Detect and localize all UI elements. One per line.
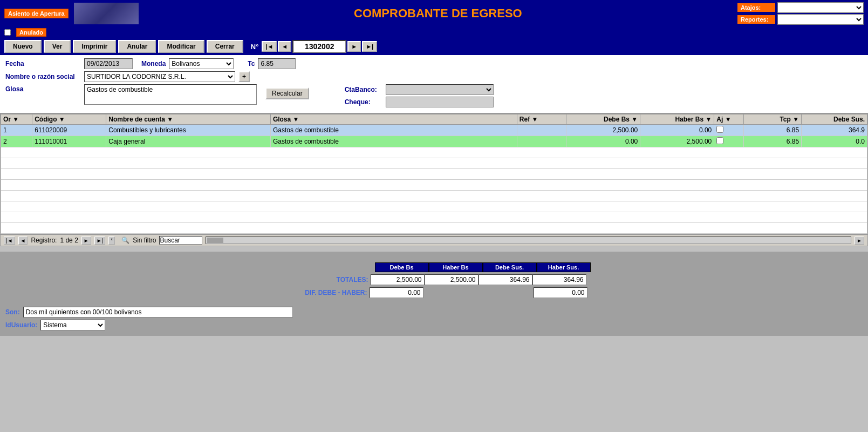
cell-nombre: Caja general: [106, 136, 271, 147]
asiento-badge[interactable]: Asiento de Apertura: [4, 9, 69, 18]
footer-nav-first[interactable]: |◄: [4, 237, 15, 245]
col-aj[interactable]: Aj ▼: [714, 114, 744, 125]
son-row: Son:: [5, 307, 863, 318]
cell-ref: [517, 125, 566, 136]
footer-nav-prev[interactable]: ◄: [18, 237, 28, 245]
table-row[interactable]: 1 611020009 Combustibles y lubricantes G…: [1, 125, 867, 136]
son-input[interactable]: [23, 307, 293, 318]
cell-haber-bs: 2,500.00: [640, 136, 714, 147]
col-haber-bs[interactable]: Haber Bs ▼: [640, 114, 714, 125]
ctabanco-select[interactable]: [386, 84, 494, 95]
tc-input[interactable]: [258, 58, 296, 69]
moneda-label: Moneda: [141, 60, 166, 68]
form-row-glosa: Glosa Gastos de combustible Recalcular C…: [5, 84, 863, 107]
cell-debe-sus: 0.0: [802, 136, 867, 147]
id-row: IdUsuario: Sistema: [5, 320, 863, 330]
scroll-right-btn[interactable]: ►: [855, 237, 864, 245]
totales-row: TOTALES: 2,500.00 2,500.00 364.96 364.96: [282, 274, 586, 285]
reportes-select[interactable]: [777, 14, 864, 25]
recalcular-button[interactable]: Recalcular: [265, 87, 309, 99]
debe-bs-value: 2,500.00: [371, 274, 425, 285]
table-row[interactable]: 2 111010001 Caja general Gastos de combu…: [1, 136, 867, 147]
nav-last-button[interactable]: ►|: [362, 41, 377, 52]
glosa-label: Glosa: [5, 84, 81, 93]
totales-values: 2,500.00 2,500.00 364.96 364.96: [371, 274, 586, 285]
footer-nav-last[interactable]: ►|: [94, 237, 106, 245]
glosa-textarea[interactable]: Gastos de combustible: [84, 84, 257, 105]
nav-next-button[interactable]: ►: [347, 41, 361, 52]
table-row-empty: [1, 223, 867, 234]
cell-haber-bs: 0.00: [640, 125, 714, 136]
registro-label: Registro:: [31, 237, 57, 244]
header-top: Asiento de Apertura COMPROBANTE DE EGRES…: [0, 0, 868, 27]
son-label: Son:: [5, 308, 20, 316]
form-area: Fecha Moneda Bolivanos Tc Nombre o razón…: [0, 55, 868, 113]
dif-bs-value: 0.00: [370, 287, 423, 298]
haber-sus-header: Haber Sus.: [537, 262, 591, 272]
nav-text: 1 de 2: [60, 237, 78, 244]
anulado-checkbox[interactable]: [4, 29, 11, 36]
footer-nav-next[interactable]: ►: [81, 237, 91, 245]
modificar-button[interactable]: Modificar: [158, 40, 204, 53]
cell-tcp: 6.85: [744, 125, 802, 136]
nav-prev-button[interactable]: ◄: [278, 41, 291, 52]
tc-label: Tc: [248, 60, 255, 68]
no-label: N°: [251, 43, 259, 51]
totals-header-row: Debe Bs Haber Bs Debe Sus. Haber Sus.: [375, 262, 591, 272]
cell-aj: [714, 136, 744, 147]
nombre-select[interactable]: SURTIDOR LA CODORNIZ S.R.L.: [84, 71, 235, 82]
buscar-input[interactable]: [159, 236, 202, 245]
header-right: Atajos: Reportes:: [737, 2, 864, 25]
nav-number-area: N° |◄ ◄ 1302002 ► ►|: [251, 40, 377, 53]
fecha-input[interactable]: [84, 58, 133, 69]
data-table: Or ▼ Código ▼ Nombre de cuenta ▼ Glosa ▼…: [1, 114, 867, 234]
table-row-empty: [1, 201, 867, 212]
ver-button[interactable]: Ver: [44, 40, 71, 53]
cell-tcp: 6.85: [744, 136, 802, 147]
table-row-empty: [1, 147, 867, 158]
cheque-label: Cheque:: [345, 98, 382, 106]
id-select[interactable]: Sistema: [40, 320, 105, 330]
col-tcp[interactable]: Tcp ▼: [744, 114, 802, 125]
anular-button[interactable]: Anular: [118, 40, 156, 53]
cheque-input[interactable]: [386, 97, 494, 107]
col-codigo[interactable]: Código ▼: [32, 114, 106, 125]
col-nombre[interactable]: Nombre de cuenta ▼: [106, 114, 271, 125]
table-row-empty: [1, 158, 867, 169]
col-debe-sus[interactable]: Debe Sus.: [802, 114, 867, 125]
fecha-label: Fecha: [5, 60, 81, 68]
nuevo-button[interactable]: Nuevo: [4, 40, 42, 53]
col-debe-bs[interactable]: Debe Bs ▼: [566, 114, 640, 125]
table-row-empty: [1, 212, 867, 223]
son-area: Son: IdUsuario: Sistema: [0, 303, 868, 336]
cerrar-button[interactable]: Cerrar: [207, 40, 243, 53]
cell-codigo: 111010001: [32, 136, 106, 147]
cell-glosa: Gastos de combustible: [270, 125, 517, 136]
cheque-row: Cheque:: [345, 97, 494, 107]
cell-glosa: Gastos de combustible: [270, 136, 517, 147]
reportes-row: Reportes:: [737, 14, 864, 25]
haber-bs-value: 2,500.00: [425, 274, 479, 285]
col-ref[interactable]: Ref ▼: [517, 114, 566, 125]
debe-sus-header: Debe Sus.: [483, 262, 537, 272]
cell-nombre: Combustibles y lubricantes: [106, 125, 271, 136]
ctabanco-row: CtaBanco:: [345, 84, 494, 95]
table-footer: |◄ ◄ Registro: 1 de 2 ► ►| * 🔍 Sin filtr…: [0, 234, 868, 246]
col-or[interactable]: Or ▼: [1, 114, 32, 125]
horizontal-scrollbar[interactable]: [206, 237, 851, 244]
debe-sus-value: 364.96: [479, 274, 532, 285]
toolbar: Nuevo Ver Imprimir Anular Modificar Cerr…: [0, 38, 868, 55]
anulado-badge: Anulado: [16, 28, 46, 37]
moneda-select[interactable]: Bolivanos: [169, 58, 234, 69]
col-glosa[interactable]: Glosa ▼: [270, 114, 517, 125]
imprimir-button[interactable]: Imprimir: [73, 40, 116, 53]
table-container: Or ▼ Código ▼ Nombre de cuenta ▼ Glosa ▼…: [0, 113, 868, 234]
cell-codigo: 611020009: [32, 125, 106, 136]
atajos-select[interactable]: [777, 2, 864, 13]
nav-first-button[interactable]: |◄: [262, 41, 277, 52]
cell-or: 2: [1, 136, 32, 147]
haber-sus-value: 364.96: [532, 274, 586, 285]
footer-nav-new[interactable]: *: [108, 237, 115, 245]
atajos-label: Atajos:: [737, 3, 775, 12]
plus-button[interactable]: +: [238, 71, 250, 82]
